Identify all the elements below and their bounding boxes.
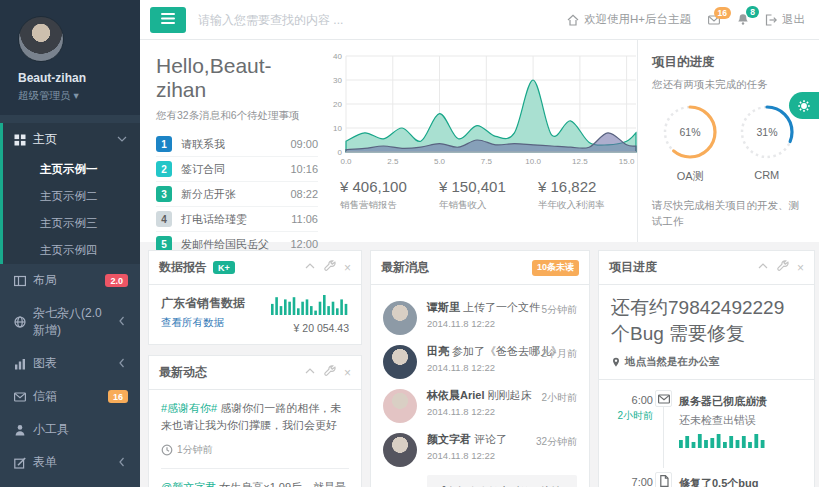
project-overview-panel: 项目的进度 您还有两项未完成的任务 61%OA测 31%CRM 请尽快完成相关项… <box>637 40 819 242</box>
chevron-up-icon <box>304 365 316 377</box>
message-row-3[interactable]: 颜文字君 评论了2014.11.8 12:2232分钟前 <box>383 427 577 471</box>
feed-tag-link[interactable]: #感谢有你# <box>161 402 217 414</box>
mail-badge: 16 <box>714 7 731 19</box>
message-date: 2014.11.8 12:22 <box>427 450 577 461</box>
sidebar-item-label: 小工具 <box>33 421 69 438</box>
wrench-button[interactable] <box>324 260 336 275</box>
divider <box>599 379 814 380</box>
stat-value: ¥ 16,822 <box>538 178 637 195</box>
sidebar-subitem-0-3[interactable]: 主页示例四 <box>3 237 140 264</box>
feed-panel: 最新动态 × #感谢有你# 感谢你们一路的相伴，未来也请让我为你们撑腰，我们会更… <box>148 355 362 487</box>
topbar: 欢迎使用H+后台主题 16 8 退出 <box>140 0 819 40</box>
user-name: Beaut-zihan <box>18 71 130 85</box>
panel-tools: × <box>757 260 804 275</box>
svg-text:31%: 31% <box>756 126 777 138</box>
greeting-section: Hello,Beaut-zihan 您有32条消息和6个待处理事项 1请联系我0… <box>140 40 330 242</box>
globe-icon <box>14 316 26 328</box>
sidebar-subitem-0-1[interactable]: 主页示例二 <box>3 183 140 210</box>
view-all-data-link[interactable]: 查看所有数据 <box>161 316 224 330</box>
sidebar-item-label: 杂七杂八(2.0新增) <box>33 305 109 339</box>
svg-text:20: 20 <box>333 100 342 109</box>
menu-toggle-button[interactable] <box>150 7 186 33</box>
logout-icon <box>765 14 777 26</box>
task-label: 打电话给瑾雯 <box>181 212 247 227</box>
task-number: 4 <box>156 211 172 227</box>
collapse-button[interactable] <box>757 260 769 275</box>
notifications-button[interactable]: 8 <box>737 13 749 26</box>
sidebar-item-0[interactable]: 主页 <box>3 123 140 156</box>
theme-settings-button[interactable] <box>789 92 819 119</box>
svg-text:10: 10 <box>333 124 342 133</box>
svg-text:61%: 61% <box>680 126 701 138</box>
gauge-0: 61%OA测 <box>652 104 729 184</box>
stats-row: ¥ 406,100销售营销报告¥ 150,401年销售收入¥ 16,822半年收… <box>330 178 637 212</box>
task-row-0[interactable]: 1请联系我09:00 <box>156 132 318 157</box>
map-pin-icon <box>611 356 621 368</box>
bottom-panels: 数据报告K+ × 广东省销售数据 查看所有数据 ¥ 20 054.43 <box>140 242 819 487</box>
file-icon <box>655 472 672 487</box>
sidebar-subitem-0-0[interactable]: 主页示例一 <box>3 156 140 183</box>
message-sender: 田亮 <box>427 345 449 357</box>
task-row-3[interactable]: 4打电话给瑾雯11:06 <box>156 207 318 232</box>
message-sender: 颜文字君 <box>427 433 471 445</box>
task-number: 3 <box>156 186 172 202</box>
report-value: ¥ 20 054.43 <box>271 322 349 334</box>
logout-button[interactable]: 退出 <box>765 12 805 27</box>
task-row-1[interactable]: 2签订合同10:16 <box>156 157 318 182</box>
close-button[interactable]: × <box>344 366 351 380</box>
task-row-2[interactable]: 3新分店开张08:22 <box>156 182 318 207</box>
sidebar-item-4[interactable]: 信箱16 <box>0 380 140 413</box>
feed-item-0: #感谢有你# 感谢你们一路的相伴，未来也请让我为你们撑腰，我们会更好1分钟前 <box>161 390 349 469</box>
welcome-link[interactable]: 欢迎使用H+后台主题 <box>567 12 691 27</box>
task-time: 11:06 <box>291 213 318 225</box>
stat-label: 半年收入利润率 <box>538 199 637 212</box>
wrench-icon <box>777 260 789 272</box>
timeline-time: 7:00 <box>611 476 653 487</box>
sidebar-item-2[interactable]: 杂七杂八(2.0新增) <box>0 297 140 347</box>
collapse-button[interactable] <box>304 365 316 380</box>
progress-gauges: 61%OA测 31%CRM <box>652 104 805 184</box>
data-report-panel: 数据报告K+ × 广东省销售数据 查看所有数据 ¥ 20 054.43 <box>148 250 362 345</box>
sidebar-item-7[interactable]: 页面推荐 <box>0 479 140 487</box>
message-row-2[interactable]: 林依晨Ariel 刚刚起床2014.11.8 12:222小时前 <box>383 383 577 427</box>
sidebar-item-5[interactable]: 小工具 <box>0 413 140 446</box>
wrench-button[interactable] <box>777 260 789 275</box>
stat-value: ¥ 150,401 <box>439 178 538 195</box>
logout-label: 退出 <box>782 12 805 27</box>
project-detail-header: 项目进度 × <box>599 251 814 285</box>
message-action: 上传了一个文件 <box>460 301 540 313</box>
feed-title: 最新动态 <box>159 364 207 381</box>
sidebar-badge: 16 <box>108 390 128 403</box>
search-input[interactable] <box>198 13 498 27</box>
wrench-button[interactable] <box>324 365 336 380</box>
sidebar-subitem-0-2[interactable]: 主页示例三 <box>3 210 140 237</box>
message-action: 评论了 <box>471 433 507 445</box>
columns-icon <box>14 275 26 287</box>
gauge-label: OA测 <box>652 169 729 184</box>
collapse-button[interactable] <box>304 260 316 275</box>
sidebar-item-label: 主页 <box>33 131 57 148</box>
column-middle: 最新消息 10条未读 谭斯里 上传了一个文件2014.11.8 12:225分钟… <box>370 250 590 487</box>
sidebar-item-3[interactable]: 图表 <box>0 347 140 380</box>
user-role-dropdown[interactable]: 超级管理员 ▾ <box>18 89 130 103</box>
wrench-icon <box>324 260 336 272</box>
close-button[interactable]: × <box>797 261 804 275</box>
sidebar-item-6[interactable]: 表单 <box>0 446 140 479</box>
report-sparkline <box>271 295 349 319</box>
project-overview-note: 请尽快完成相关项目的开发、测试工作 <box>652 198 805 230</box>
sidebar-item-1[interactable]: 布局2.0 <box>0 264 140 297</box>
message-row-0[interactable]: 谭斯里 上传了一个文件2014.11.8 12:225分钟前 <box>383 295 577 339</box>
avatar <box>383 301 417 335</box>
sidebar-badge: 2.0 <box>105 274 128 287</box>
messages-button[interactable]: 16 <box>707 14 721 26</box>
feed-tag-link[interactable]: @颜文字君 <box>161 481 216 487</box>
task-label: 签订合同 <box>181 162 225 177</box>
timeline-item-0: 6:002小时前服务器已彻底崩溃还未检查出错误 <box>611 392 802 468</box>
close-button[interactable]: × <box>344 261 351 275</box>
message-row-1[interactable]: 田亮 参加了《爸爸去哪儿》2014.11.8 12:222个月前 <box>383 339 577 383</box>
stat-0: ¥ 406,100销售营销报告 <box>340 178 439 212</box>
messages-title: 最新消息 <box>381 259 429 276</box>
avatar[interactable] <box>18 16 64 62</box>
timeline-ago: 2小时前 <box>611 409 653 423</box>
messages-panel: 最新消息 10条未读 谭斯里 上传了一个文件2014.11.8 12:225分钟… <box>370 250 590 487</box>
